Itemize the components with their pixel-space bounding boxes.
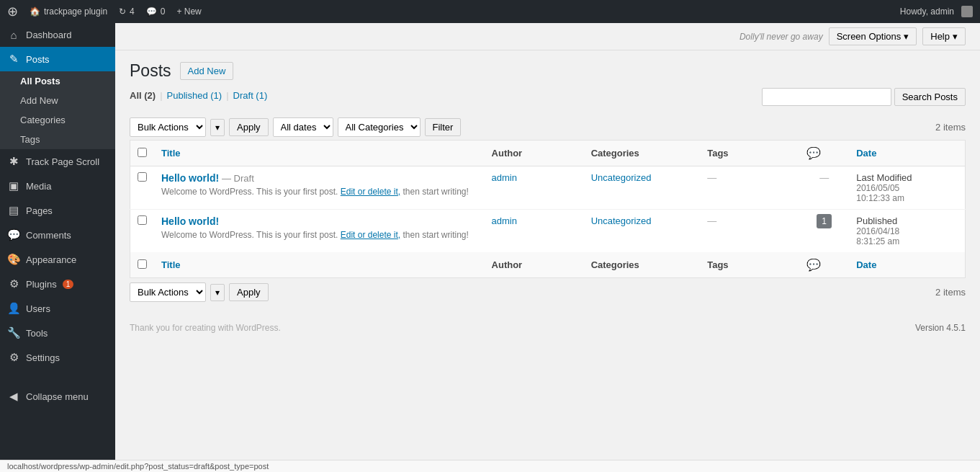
sidebar-item-categories[interactable]: Categories bbox=[0, 110, 115, 130]
date-sort-link-bottom[interactable]: Date bbox=[856, 259, 876, 270]
settings-icon: ⚙ bbox=[7, 351, 20, 364]
title-sort-link-bottom[interactable]: Title bbox=[161, 259, 181, 270]
sidebar-item-posts[interactable]: ✎ Posts bbox=[0, 47, 115, 71]
adminbar-right: Howdy, admin bbox=[900, 6, 973, 17]
row2-excerpt: Welcome to WordPress. This is your first… bbox=[161, 230, 477, 240]
page-title: Posts bbox=[130, 61, 171, 81]
row2-author-link[interactable]: admin bbox=[492, 215, 517, 226]
row1-date-status: Last Modified bbox=[856, 172, 958, 183]
row1-category-link[interactable]: Uncategorized bbox=[591, 172, 652, 183]
row1-title-link[interactable]: Hello world! — Draft bbox=[161, 172, 254, 184]
col-footer-checkbox bbox=[130, 252, 155, 278]
footer-left: Thank you for creating with WordPress. bbox=[130, 323, 281, 333]
title-sort-link[interactable]: Title bbox=[161, 148, 181, 159]
row2-excerpt-link[interactable]: Edit or delete it, bbox=[341, 230, 400, 240]
sidebar-item-comments[interactable]: 💬 Comments bbox=[0, 223, 115, 247]
sidebar-item-plugins[interactable]: ⚙ Plugins 1 bbox=[0, 272, 115, 296]
filter-draft-link[interactable]: Draft (1) bbox=[233, 90, 268, 101]
filter-all-link[interactable]: All (2) bbox=[130, 90, 156, 101]
date-filter-select[interactable]: All dates bbox=[273, 117, 333, 137]
comment-footer-icon: 💬 bbox=[806, 259, 821, 271]
help-chevron-icon: ▾ bbox=[953, 31, 958, 42]
footer: Thank you for creating with WordPress. V… bbox=[115, 316, 980, 340]
dolly-message: Dolly'll never go away bbox=[740, 32, 823, 42]
add-new-button[interactable]: Add New bbox=[180, 62, 234, 80]
posts-table: Title Author Categories Tags 💬 Date bbox=[130, 140, 966, 278]
users-icon: 👤 bbox=[7, 302, 20, 315]
screen-options-chevron-icon: ▾ bbox=[904, 31, 909, 42]
category-filter-select[interactable]: All Categories bbox=[338, 117, 421, 137]
row2-checkbox[interactable] bbox=[138, 215, 147, 225]
row1-categories-cell: Uncategorized bbox=[584, 166, 701, 210]
row2-title-cell: Hello world! Welcome to WordPress. This … bbox=[154, 210, 485, 253]
row1-checkbox[interactable] bbox=[138, 172, 147, 182]
row2-checkbox-cell bbox=[130, 210, 155, 253]
sidebar-item-pages[interactable]: ▤ Pages bbox=[0, 198, 115, 223]
screen-options-button[interactable]: Screen Options ▾ bbox=[829, 27, 917, 45]
wp-logo-icon[interactable]: ⊕ bbox=[7, 4, 18, 19]
row1-excerpt: Welcome to WordPress. This is your first… bbox=[161, 187, 477, 197]
statusbar: localhost/wordpress/wp-admin/edit.php?po… bbox=[0, 460, 980, 472]
row2-categories-cell: Uncategorized bbox=[584, 210, 701, 253]
bulk-actions-dropdown-bottom[interactable]: ▾ bbox=[210, 284, 225, 301]
row2-comment-badge[interactable]: 1 bbox=[817, 214, 832, 228]
sidebar-item-tools[interactable]: 🔧 Tools bbox=[0, 321, 115, 345]
site-icon: 🏠 bbox=[30, 6, 40, 17]
col-header-checkbox bbox=[130, 141, 155, 166]
col-header-tags: Tags bbox=[700, 141, 799, 166]
comments-icon: 💬 bbox=[146, 6, 157, 17]
row1-tags-value: — bbox=[707, 172, 716, 183]
adminbar-comments[interactable]: 💬 0 bbox=[146, 6, 166, 17]
sidebar-item-track-page-scroll[interactable]: ✱ Track Page Scroll bbox=[0, 149, 115, 174]
search-row: Search Posts bbox=[762, 88, 966, 106]
select-all-checkbox-bottom[interactable] bbox=[138, 259, 147, 269]
row2-title-link[interactable]: Hello world! bbox=[161, 215, 219, 227]
adminbar-site-name[interactable]: 🏠 trackpage plugin bbox=[30, 6, 107, 17]
tools-icon: 🔧 bbox=[7, 326, 20, 339]
filter-button[interactable]: Filter bbox=[425, 118, 462, 136]
sidebar-item-appearance[interactable]: 🎨 Appearance bbox=[0, 247, 115, 272]
sidebar-item-settings[interactable]: ⚙ Settings bbox=[0, 345, 115, 370]
admin-bar: ⊕ 🏠 trackpage plugin ↻ 4 💬 0 + New Howdy… bbox=[0, 0, 980, 23]
posts-icon: ✎ bbox=[7, 53, 20, 66]
pages-icon: ▤ bbox=[7, 204, 20, 217]
apply-button-top[interactable]: Apply bbox=[229, 118, 269, 136]
search-input[interactable] bbox=[762, 88, 891, 106]
select-all-checkbox-top[interactable] bbox=[138, 148, 147, 157]
col-footer-title: Title bbox=[154, 252, 485, 278]
apply-button-bottom[interactable]: Apply bbox=[229, 283, 269, 301]
posts-submenu: All Posts Add New Categories Tags bbox=[0, 71, 115, 149]
row2-date-value: 2016/04/18 bbox=[856, 226, 958, 236]
layout: ⌂ Dashboard ✎ Posts All Posts Add New Ca… bbox=[0, 23, 980, 472]
items-count-bottom: 2 items bbox=[935, 287, 966, 298]
status-url: localhost/wordpress/wp-admin/edit.php?po… bbox=[7, 462, 269, 471]
sidebar-item-users[interactable]: 👤 Users bbox=[0, 296, 115, 321]
col-header-author: Author bbox=[485, 141, 584, 166]
bulk-actions-select-top[interactable]: Bulk Actions bbox=[130, 117, 206, 137]
row1-tags-cell: — bbox=[700, 166, 799, 210]
bulk-actions-select-bottom[interactable]: Bulk Actions bbox=[130, 282, 206, 302]
bulk-actions-dropdown-top[interactable]: ▾ bbox=[210, 119, 225, 136]
row1-title-cell: Hello world! — Draft Welcome to WordPres… bbox=[154, 166, 485, 210]
col-header-title: Title bbox=[154, 141, 485, 166]
plugins-badge: 1 bbox=[63, 280, 74, 289]
date-sort-link[interactable]: Date bbox=[856, 148, 876, 159]
adminbar-updates[interactable]: ↻ 4 bbox=[119, 6, 135, 17]
row1-excerpt-link[interactable]: Edit or delete it, bbox=[341, 187, 400, 197]
row2-category-link[interactable]: Uncategorized bbox=[591, 215, 652, 226]
comment-header-icon: 💬 bbox=[806, 147, 821, 159]
col-footer-date: Date bbox=[849, 252, 965, 278]
adminbar-new[interactable]: + New bbox=[176, 6, 201, 17]
sidebar-item-dashboard[interactable]: ⌂ Dashboard bbox=[0, 23, 115, 47]
sidebar-collapse[interactable]: ◀ Collapse menu bbox=[0, 384, 115, 409]
sidebar-item-tags[interactable]: Tags bbox=[0, 130, 115, 149]
help-button[interactable]: Help ▾ bbox=[922, 27, 966, 45]
search-posts-button[interactable]: Search Posts bbox=[894, 88, 966, 106]
sidebar-item-all-posts[interactable]: All Posts bbox=[0, 71, 115, 91]
sidebar-item-media[interactable]: ▣ Media bbox=[0, 174, 115, 198]
row2-date-status: Published bbox=[856, 215, 958, 226]
row1-author-link[interactable]: admin bbox=[492, 172, 517, 183]
sidebar-item-add-new[interactable]: Add New bbox=[0, 91, 115, 110]
filter-published-link[interactable]: Published (1) bbox=[167, 90, 222, 101]
col-footer-categories: Categories bbox=[584, 252, 701, 278]
